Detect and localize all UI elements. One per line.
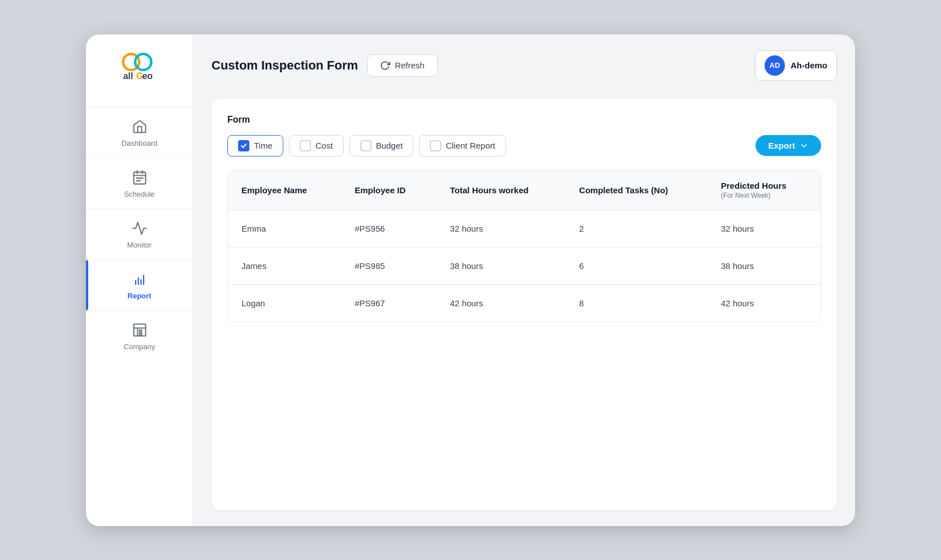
cell-name-james: James — [228, 247, 341, 284]
filter-tabs: Time Cost Budget Client Report — [227, 135, 506, 157]
cell-tasks-james: 6 — [566, 247, 707, 284]
table-body: Emma #PS956 32 hours 2 32 hours James #P… — [228, 210, 821, 322]
report-icon — [131, 270, 149, 288]
col-header-tasks: Completed Tasks (No) — [566, 171, 707, 210]
form-section-label: Form — [227, 115, 821, 125]
data-table: Employee Name Employee ID Total Hours wo… — [228, 171, 821, 322]
checkbox-time — [238, 140, 249, 151]
filter-tab-cost[interactable]: Cost — [289, 135, 344, 157]
monitor-icon — [131, 219, 149, 237]
export-button[interactable]: Export — [756, 135, 821, 156]
filter-budget-label: Budget — [376, 141, 403, 150]
sidebar-item-report[interactable]: Report — [86, 259, 193, 310]
app-window: all G eo Dashboard — [86, 34, 855, 526]
checkbox-budget — [360, 140, 372, 151]
user-name: Ah-demo — [791, 60, 827, 70]
filter-client-report-label: Client Report — [446, 141, 495, 150]
sidebar-label-dashboard: Dashboard — [122, 139, 158, 147]
checkbox-cost — [300, 140, 311, 151]
filter-cost-label: Cost — [316, 141, 333, 150]
cell-empid-emma: #PS956 — [341, 210, 437, 247]
cell-predicted-emma: 32 hours — [707, 210, 821, 247]
col-header-name: Employee Name — [228, 171, 341, 210]
cell-tasks-emma: 2 — [566, 210, 707, 247]
sidebar-label-monitor: Monitor — [127, 241, 152, 249]
table-header-row: Employee Name Employee ID Total Hours wo… — [228, 171, 821, 210]
user-badge[interactable]: AD Ah-demo — [755, 50, 837, 81]
page-header: Custom Inspection Form Refresh AD Ah-dem… — [211, 50, 837, 81]
company-icon — [131, 321, 149, 339]
sidebar-item-schedule[interactable]: Schedule — [86, 158, 193, 209]
sidebar-item-dashboard[interactable]: Dashboard — [86, 107, 193, 158]
refresh-label: Refresh — [395, 60, 425, 70]
svg-point-1 — [135, 54, 151, 70]
sidebar: all G eo Dashboard — [86, 34, 193, 526]
schedule-icon — [131, 168, 149, 186]
cell-name-emma: Emma — [228, 210, 341, 247]
col-header-predicted: Predicted Hours (For Next Week) — [707, 171, 821, 210]
cell-hours-logan: 42 hours — [437, 284, 566, 322]
filter-tab-client-report[interactable]: Client Report — [419, 135, 506, 157]
cell-empid-james: #PS985 — [341, 247, 437, 284]
col-header-empid: Employee ID — [341, 171, 437, 210]
home-icon — [131, 118, 149, 136]
cell-hours-emma: 32 hours — [437, 210, 566, 247]
sidebar-label-company: Company — [124, 342, 156, 351]
cell-predicted-logan: 42 hours — [707, 284, 821, 322]
refresh-icon — [380, 60, 390, 71]
sidebar-item-monitor[interactable]: Monitor — [86, 209, 193, 259]
svg-rect-18 — [140, 330, 142, 332]
table-head: Employee Name Employee ID Total Hours wo… — [228, 171, 821, 210]
filter-row: Time Cost Budget Client Report — [227, 135, 821, 157]
filter-time-label: Time — [254, 141, 273, 150]
sidebar-item-company[interactable]: Company — [86, 310, 193, 361]
sidebar-label-report: Report — [128, 292, 152, 300]
refresh-button[interactable]: Refresh — [367, 54, 438, 77]
page-title: Custom Inspection Form — [211, 58, 358, 73]
checkbox-client-report — [430, 140, 441, 151]
filter-tab-time[interactable]: Time — [227, 135, 283, 157]
main-card: Form Time Cost — [211, 99, 837, 510]
chevron-down-icon — [800, 141, 809, 150]
table-row: Logan #PS967 42 hours 8 42 hours — [228, 284, 821, 322]
data-table-container: Employee Name Employee ID Total Hours wo… — [227, 170, 821, 322]
col-header-hours: Total Hours worked — [437, 171, 566, 210]
cell-hours-james: 38 hours — [437, 247, 566, 284]
svg-text:all: all — [123, 71, 133, 80]
table-row: James #PS985 38 hours 6 38 hours — [228, 247, 821, 284]
svg-rect-19 — [140, 333, 142, 335]
logo: all G eo — [117, 50, 162, 86]
table-row: Emma #PS956 32 hours 2 32 hours — [228, 210, 821, 247]
cell-name-logan: Logan — [228, 284, 341, 322]
sidebar-label-schedule: Schedule — [124, 190, 154, 198]
export-label: Export — [768, 141, 795, 150]
check-icon — [240, 142, 247, 149]
main-content: Custom Inspection Form Refresh AD Ah-dem… — [193, 34, 855, 526]
filter-tab-budget[interactable]: Budget — [349, 135, 414, 157]
cell-empid-logan: #PS967 — [341, 284, 437, 322]
svg-text:eo: eo — [142, 71, 153, 80]
cell-tasks-logan: 8 — [566, 284, 707, 322]
avatar: AD — [765, 55, 785, 76]
nav-menu: Dashboard Schedule — [86, 107, 193, 361]
header-left: Custom Inspection Form Refresh — [211, 54, 438, 77]
cell-predicted-james: 38 hours — [707, 247, 821, 284]
